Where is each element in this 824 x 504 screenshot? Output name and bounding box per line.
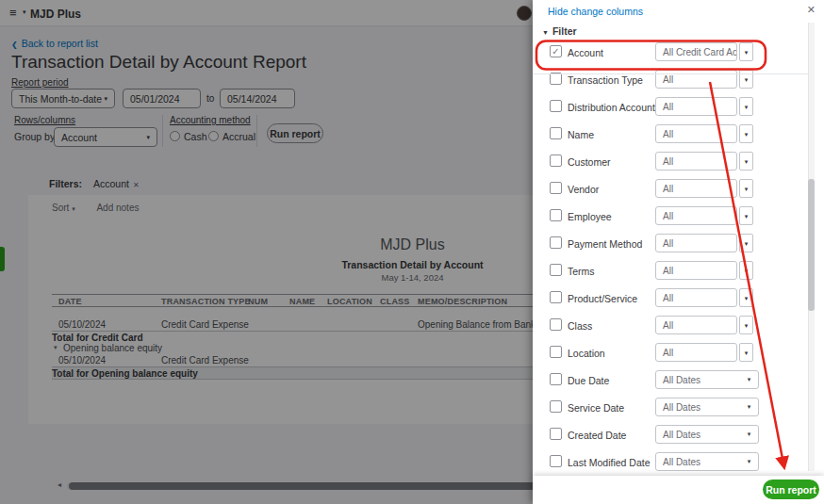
chevron-down-icon[interactable]: ▾ xyxy=(739,234,753,252)
chevron-down-icon[interactable]: ▾ xyxy=(739,261,753,280)
filter-value-dropdown[interactable]: All xyxy=(655,343,737,362)
filter-row: ClassAll▾ xyxy=(533,315,824,342)
run-report-button[interactable]: Run report xyxy=(763,480,819,499)
filter-label: Created Date xyxy=(568,430,626,441)
checkbox[interactable] xyxy=(550,182,562,194)
checkbox[interactable] xyxy=(550,455,562,467)
filter-label: Product/Service xyxy=(568,293,637,304)
filter-label: Account xyxy=(568,47,603,58)
filter-value-dropdown[interactable]: All xyxy=(655,316,737,334)
filter-row: Product/ServiceAll▾ xyxy=(533,287,824,315)
filter-value-dropdown[interactable]: All xyxy=(655,288,737,307)
filter-label: Class xyxy=(568,320,592,332)
chevron-down-icon[interactable]: ▾ xyxy=(742,425,756,444)
filter-value-dropdown[interactable]: All xyxy=(655,152,737,171)
filter-label: Distribution Account xyxy=(568,102,655,113)
filter-label: Name xyxy=(568,129,594,140)
filter-row: Service DateAll Dates▾ xyxy=(533,397,824,424)
filter-label: Vendor xyxy=(568,184,599,195)
checkbox[interactable] xyxy=(550,264,562,276)
chevron-down-icon[interactable]: ▾ xyxy=(739,124,753,143)
filter-value-dropdown[interactable]: All xyxy=(655,234,737,252)
filter-label: Customer xyxy=(568,156,611,168)
filter-label: Service Date xyxy=(568,402,624,414)
filter-collapse-icon: ▼ xyxy=(542,29,549,36)
filter-label: Last Modified Date xyxy=(568,457,651,468)
panel-scrollbar-thumb[interactable] xyxy=(808,179,815,311)
chevron-down-icon[interactable]: ▾ xyxy=(739,42,753,61)
chevron-down-icon[interactable]: ▾ xyxy=(739,316,753,334)
checkbox[interactable] xyxy=(550,346,562,358)
filter-row: EmployeeAll▾ xyxy=(533,205,824,233)
filter-label: Payment Method xyxy=(568,238,642,250)
checkbox[interactable] xyxy=(550,127,562,139)
checkbox[interactable] xyxy=(550,318,562,331)
modal-dim-overlay xyxy=(0,0,533,504)
filter-row: VendorAll▾ xyxy=(533,178,824,205)
divider xyxy=(533,73,811,74)
chevron-down-icon[interactable]: ▾ xyxy=(742,398,756,416)
chevron-down-icon[interactable]: ▾ xyxy=(739,179,753,198)
checkbox[interactable] xyxy=(550,373,562,385)
filter-row: Created DateAll Dates▾ xyxy=(533,424,824,451)
checkbox[interactable] xyxy=(550,291,562,303)
filter-value-dropdown[interactable]: All xyxy=(655,70,737,89)
filter-value-dropdown[interactable]: All xyxy=(655,261,737,280)
filter-row: Payment MethodAll▾ xyxy=(533,233,824,260)
panel-footer: Run report xyxy=(533,476,824,504)
filter-row: TermsAll▾ xyxy=(533,260,824,287)
checkbox[interactable] xyxy=(550,209,562,221)
checkbox[interactable] xyxy=(550,154,562,167)
filter-label: Terms xyxy=(568,266,595,277)
filter-value-dropdown[interactable]: All xyxy=(655,179,737,198)
checkbox-checked[interactable]: ✓ xyxy=(550,45,562,57)
filter-value-dropdown[interactable]: All xyxy=(655,124,737,143)
filter-row: Due DateAll Dates▾ xyxy=(533,369,824,397)
chevron-down-icon[interactable]: ▾ xyxy=(742,370,756,389)
filter-section-header[interactable]: ▼Filter xyxy=(542,25,577,37)
filter-value-dropdown[interactable]: All xyxy=(655,97,737,116)
filter-value-dropdown[interactable]: All xyxy=(655,206,737,225)
filter-value-dropdown[interactable]: All Credit Card Accoun xyxy=(655,42,737,61)
chevron-down-icon[interactable]: ▾ xyxy=(742,452,756,471)
filter-label: Employee xyxy=(568,211,612,222)
filter-row: NameAll▾ xyxy=(533,123,824,151)
close-icon[interactable]: ✕ xyxy=(807,4,816,16)
hide-change-columns-link[interactable]: Hide change columns xyxy=(548,6,643,17)
filter-row: Distribution AccountAll▾ xyxy=(533,96,824,123)
filter-row: LocationAll▾ xyxy=(533,342,824,369)
customize-report-panel: Hide change columns ✕ ▼Filter ✓AccountAl… xyxy=(533,0,824,504)
chevron-down-icon[interactable]: ▾ xyxy=(739,70,753,89)
checkbox[interactable] xyxy=(550,400,562,413)
checkbox[interactable] xyxy=(550,100,562,112)
filter-label: Due Date xyxy=(568,375,609,386)
filter-row: ✓AccountAll Credit Card Accoun▾ xyxy=(533,41,824,69)
checkbox[interactable] xyxy=(550,236,562,249)
chevron-down-icon[interactable]: ▾ xyxy=(739,152,753,171)
chevron-down-icon[interactable]: ▾ xyxy=(739,97,753,116)
chevron-down-icon[interactable]: ▾ xyxy=(739,288,753,307)
checkbox[interactable] xyxy=(550,428,562,440)
filter-label: Transaction Type xyxy=(568,74,643,86)
chevron-down-icon[interactable]: ▾ xyxy=(739,343,753,362)
filter-label: Location xyxy=(568,348,605,359)
filter-row: CustomerAll▾ xyxy=(533,151,824,178)
chevron-down-icon[interactable]: ▾ xyxy=(739,206,753,225)
filter-row: Last Modified DateAll Dates▾ xyxy=(533,451,824,479)
